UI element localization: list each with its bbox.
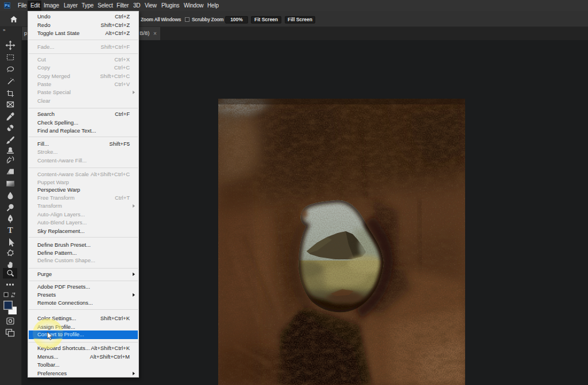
svg-text:T: T (7, 226, 13, 235)
svg-text:»: » (3, 28, 6, 33)
